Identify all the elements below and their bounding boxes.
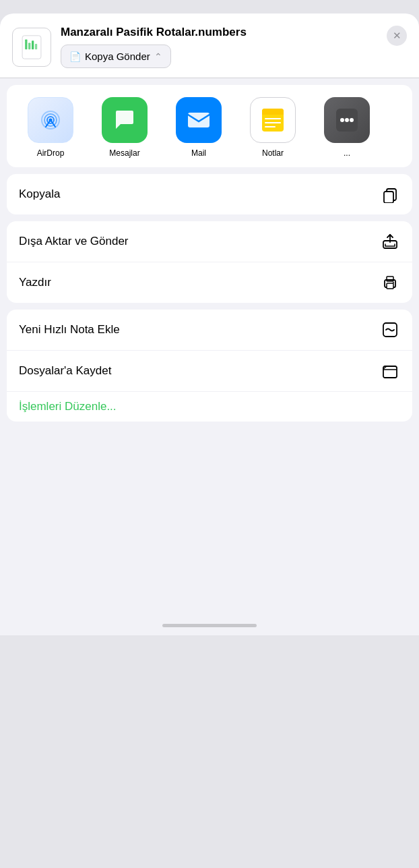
notes-label: Notlar <box>262 148 284 158</box>
dosyalara-kaydet-item[interactable]: Dosyalar'a Kaydet <box>7 351 412 392</box>
bottom-space <box>0 422 419 610</box>
home-bar <box>162 624 257 627</box>
svg-point-17 <box>340 118 344 122</box>
dropdown-file-icon: 📄 <box>69 51 81 62</box>
svg-rect-25 <box>387 277 393 281</box>
svg-rect-1 <box>25 39 27 49</box>
action-dropdown[interactable]: 📄 Kopya Gönder ⌃ <box>61 45 171 68</box>
quicknote-icon <box>380 320 400 340</box>
copy-icon <box>380 184 400 204</box>
action-group-1: Kopyala <box>7 174 412 214</box>
svg-rect-3 <box>32 40 34 49</box>
svg-point-19 <box>350 118 354 122</box>
svg-rect-24 <box>387 283 393 289</box>
share-more[interactable]: ... <box>310 97 384 158</box>
svg-point-18 <box>345 118 349 122</box>
share-mail[interactable]: Mail <box>162 97 236 158</box>
more-label: ... <box>344 148 350 158</box>
mail-label: Mail <box>191 148 206 158</box>
files-icon <box>380 361 400 381</box>
notes-icon <box>250 97 296 143</box>
close-button[interactable]: ✕ <box>387 26 407 46</box>
file-icon <box>12 28 51 67</box>
disa-aktar-label: Dışa Aktar ve Gönder <box>19 235 129 248</box>
svg-point-26 <box>393 282 394 283</box>
action-list: Kopyala Dışa Aktar ve Gönder <box>7 174 412 422</box>
print-icon <box>380 272 400 293</box>
svg-rect-4 <box>35 44 37 49</box>
messages-icon <box>102 97 148 143</box>
airdrop-icon <box>28 97 73 143</box>
share-apps-row: AirDrop Mesajlar Mail <box>7 85 412 167</box>
yazdir-label: Yazdır <box>19 276 51 289</box>
messages-label: Mesajlar <box>109 148 139 158</box>
kopyala-label: Kopyala <box>19 187 60 201</box>
share-notes[interactable]: Notlar <box>236 97 310 158</box>
svg-rect-2 <box>28 42 30 49</box>
yazdir-item[interactable]: Yazdır <box>7 262 412 303</box>
hizli-nota-label: Yeni Hızlı Nota Ekle <box>19 323 120 337</box>
dropdown-label: Kopya Gönder <box>85 51 150 62</box>
action-group-2: Dışa Aktar ve Gönder Yazdır <box>7 221 412 303</box>
share-airdrop[interactable]: AirDrop <box>13 97 88 158</box>
more-icon <box>324 97 370 143</box>
share-messages[interactable]: Mesajlar <box>88 97 162 158</box>
disa-aktar-item[interactable]: Dışa Aktar ve Gönder <box>7 221 412 262</box>
file-title: Manzaralı Pasifik Rotalar.numbers <box>61 26 377 39</box>
dosyalara-kaydet-label: Dosyalar'a Kaydet <box>19 364 111 378</box>
hizli-nota-item[interactable]: Yeni Hızlı Nota Ekle <box>7 310 412 351</box>
svg-rect-12 <box>262 112 284 115</box>
airdrop-label: AirDrop <box>37 148 65 158</box>
edit-actions-item[interactable]: İşlemleri Düzenle... <box>7 392 412 422</box>
header-right: Manzaralı Pasifik Rotalar.numbers 📄 Kopy… <box>61 26 377 68</box>
share-sheet-header: Manzaralı Pasifik Rotalar.numbers 📄 Kopy… <box>0 13 419 78</box>
home-indicator-area <box>0 610 419 635</box>
mail-icon <box>176 97 222 143</box>
svg-rect-9 <box>188 113 210 127</box>
export-icon <box>380 231 400 252</box>
svg-rect-21 <box>384 192 393 203</box>
action-group-3: Yeni Hızlı Nota Ekle Dosyalar'a Kaydet <box>7 310 412 422</box>
edit-actions-label: İşlemleri Düzenle... <box>19 400 117 413</box>
chevron-icon: ⌃ <box>154 51 162 62</box>
close-icon: ✕ <box>393 30 401 42</box>
kopyala-item[interactable]: Kopyala <box>7 174 412 214</box>
